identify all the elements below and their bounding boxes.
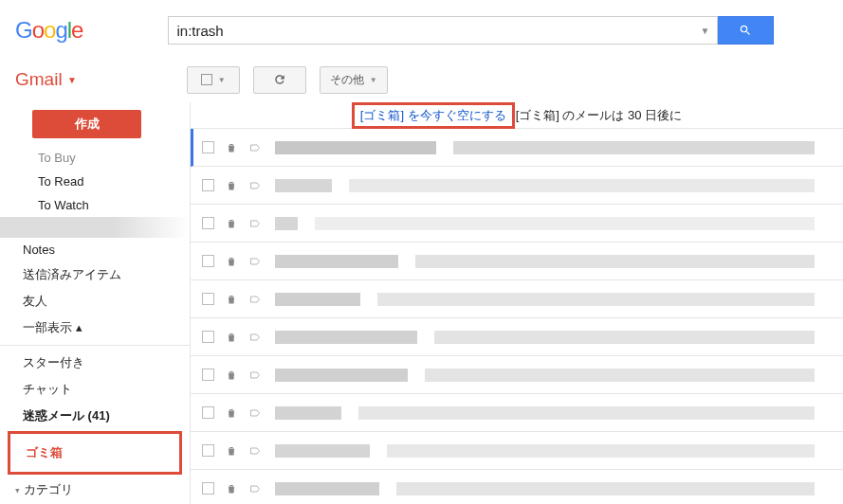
subject-placeholder xyxy=(425,369,815,382)
subject-placeholder xyxy=(377,293,815,306)
search-input[interactable] xyxy=(176,23,700,39)
subject-placeholder xyxy=(358,406,815,420)
row-checkbox[interactable] xyxy=(202,369,214,381)
mail-row[interactable] xyxy=(191,167,843,205)
label-icon xyxy=(248,294,262,305)
trash-icon xyxy=(226,141,237,154)
sender-placeholder xyxy=(275,444,370,458)
sidebar-item-notes[interactable]: Notes xyxy=(0,238,190,261)
empty-trash-link[interactable]: [ゴミ箱] を今すぐ空にする xyxy=(352,102,515,129)
sub-header: Gmail ▼ ▼ その他▼ xyxy=(0,57,843,102)
sidebar-item-label: 一部表示 xyxy=(23,320,72,334)
row-checkbox[interactable] xyxy=(202,444,214,457)
label-icon xyxy=(248,142,262,153)
mail-row[interactable] xyxy=(191,394,843,432)
mail-row[interactable] xyxy=(191,432,843,470)
label-icon xyxy=(248,256,262,267)
gmail-label-text: Gmail xyxy=(15,69,63,89)
subject-placeholder xyxy=(396,482,815,495)
trash-icon xyxy=(226,482,237,495)
trash-icon xyxy=(226,369,237,382)
sidebar-item-tobuy[interactable]: To Buy xyxy=(0,146,190,170)
checkbox-icon xyxy=(201,74,212,85)
row-checkbox[interactable] xyxy=(202,255,214,267)
chevron-down-icon: ▼ xyxy=(370,76,377,84)
subject-placeholder xyxy=(315,217,815,230)
sidebar-item-friends[interactable]: 友人 xyxy=(0,288,190,315)
mail-row[interactable] xyxy=(191,205,843,243)
row-checkbox[interactable] xyxy=(202,179,214,191)
select-all-button[interactable]: ▼ xyxy=(187,66,240,94)
sidebar-show-toggle[interactable]: 一部表示 ▴ xyxy=(0,315,190,341)
trash-icon xyxy=(226,406,237,420)
mail-row[interactable] xyxy=(191,280,843,318)
mail-row[interactable] xyxy=(191,243,843,280)
subject-placeholder xyxy=(434,331,815,344)
search-button[interactable] xyxy=(717,16,774,45)
trash-banner: [ゴミ箱] を今すぐ空にする[ゴミ箱] のメールは 30 日後に xyxy=(191,102,843,129)
sender-placeholder xyxy=(275,217,298,230)
refresh-icon xyxy=(273,73,286,86)
label-icon xyxy=(248,483,262,495)
sidebar-item-spam[interactable]: 迷惑メール (41) xyxy=(0,403,190,429)
sidebar-item-label: 友人 xyxy=(23,294,47,308)
subject-placeholder xyxy=(387,444,815,458)
mail-row[interactable] xyxy=(191,356,843,394)
sender-placeholder xyxy=(275,369,408,382)
row-checkbox[interactable] xyxy=(202,482,214,495)
row-checkbox[interactable] xyxy=(202,331,214,343)
sidebar-item-sent[interactable]: 送信済みアイテム xyxy=(0,261,190,288)
more-label: その他 xyxy=(330,72,364,88)
row-checkbox[interactable] xyxy=(202,141,214,153)
row-checkbox[interactable] xyxy=(202,406,214,419)
banner-text: [ゴミ箱] のメールは 30 日後に xyxy=(516,108,683,122)
search-box[interactable]: ▼ xyxy=(168,16,718,45)
label-icon xyxy=(248,218,262,229)
compose-button[interactable]: 作成 xyxy=(32,110,141,138)
sender-placeholder xyxy=(275,179,332,192)
trash-icon xyxy=(226,444,237,458)
content: [ゴミ箱] を今すぐ空にする[ゴミ箱] のメールは 30 日後に xyxy=(190,102,843,504)
trash-icon xyxy=(226,179,237,192)
sidebar-item-redacted[interactable] xyxy=(0,217,190,238)
row-checkbox[interactable] xyxy=(202,293,214,305)
trash-icon xyxy=(226,331,237,344)
main: 作成 To Buy To Read To Watch Notes 送信済みアイテ… xyxy=(0,102,843,504)
search-dropdown-icon[interactable]: ▼ xyxy=(701,26,710,36)
subject-placeholder xyxy=(349,179,815,192)
google-logo[interactable]: Google xyxy=(15,17,82,44)
sidebar-item-starred[interactable]: スター付き xyxy=(0,350,190,376)
sender-placeholder xyxy=(275,141,436,154)
label-icon xyxy=(248,180,262,191)
label-icon xyxy=(248,407,262,419)
sender-placeholder xyxy=(275,255,398,268)
sender-placeholder xyxy=(275,293,360,306)
divider xyxy=(0,345,190,346)
more-button[interactable]: その他▼ xyxy=(320,66,388,94)
label-icon xyxy=(248,445,262,457)
mail-row[interactable] xyxy=(191,318,843,356)
chevron-down-icon: ▼ xyxy=(218,76,226,84)
sender-placeholder xyxy=(275,482,379,495)
sender-placeholder xyxy=(275,406,341,420)
label-icon xyxy=(248,369,262,381)
sidebar-item-chat[interactable]: チャット xyxy=(0,376,190,403)
search-icon xyxy=(739,24,752,37)
subject-placeholder xyxy=(415,255,815,268)
sidebar-item-trash[interactable]: ゴミ箱 xyxy=(10,440,179,466)
refresh-button[interactable] xyxy=(253,66,306,94)
sidebar-item-toread[interactable]: To Read xyxy=(0,170,190,193)
sidebar-item-category[interactable]: カテゴリ xyxy=(0,477,190,503)
mail-list xyxy=(191,129,843,504)
mail-row[interactable] xyxy=(191,470,843,504)
trash-icon xyxy=(226,217,237,230)
label-icon xyxy=(248,332,262,343)
sidebar-item-towatch[interactable]: To Watch xyxy=(0,193,190,217)
header: Google ▼ xyxy=(0,0,843,57)
sidebar-trash-highlight: ゴミ箱 xyxy=(8,431,182,475)
mail-row[interactable] xyxy=(191,129,843,167)
trash-icon xyxy=(226,293,237,306)
gmail-menu[interactable]: Gmail ▼ xyxy=(15,69,77,90)
row-checkbox[interactable] xyxy=(202,217,214,229)
trash-icon xyxy=(226,255,237,268)
